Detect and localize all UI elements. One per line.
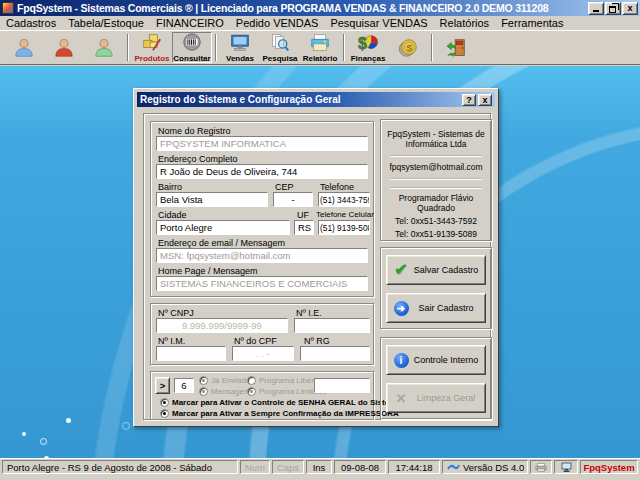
toolbar-exit-button[interactable] bbox=[436, 32, 476, 63]
svg-text:$: $ bbox=[358, 35, 367, 52]
status-network[interactable] bbox=[554, 460, 578, 474]
ie-field[interactable] bbox=[294, 318, 370, 333]
toolbar-vendas-button[interactable]: Vendas bbox=[220, 32, 260, 63]
person-red-icon bbox=[53, 37, 75, 59]
printer-icon bbox=[309, 32, 331, 54]
telefone-field[interactable]: (51) 3443-7592 bbox=[318, 192, 370, 207]
endereco-field[interactable]: R João de Deus de Oliveira, 744 bbox=[156, 164, 368, 179]
menu-financeiro[interactable]: FINANCEIRO bbox=[150, 17, 230, 29]
bairro-field[interactable]: Bela Vista bbox=[156, 192, 268, 207]
divider bbox=[390, 155, 482, 157]
arrow-step-button[interactable]: > bbox=[155, 377, 170, 394]
toolbar-relatorio-button[interactable]: Relatório bbox=[300, 32, 340, 63]
dialog-close-button[interactable]: x bbox=[478, 94, 492, 106]
senha-geral-radio[interactable]: Marcar para Ativar o Controle de SENHA G… bbox=[160, 398, 401, 407]
impressora-label: Marcar para Ativar a Sempre Confirmação … bbox=[172, 409, 399, 418]
im-label: Nº I.M. bbox=[158, 336, 185, 346]
controle-interno-button[interactable]: i Controle Interno bbox=[386, 345, 486, 375]
uf-label: UF bbox=[297, 210, 309, 220]
programmer-tel1: Tel: 0xx51-3443-7592 bbox=[395, 216, 477, 226]
cep-label: CEP bbox=[275, 182, 294, 192]
bairro-label: Bairro bbox=[158, 182, 182, 192]
email-field[interactable]: MSN: fpqsystem@hotmail.com bbox=[156, 248, 368, 263]
dialog-help-button[interactable]: ? bbox=[462, 94, 476, 106]
cpf-field[interactable]: . . - bbox=[232, 346, 294, 361]
person-green-icon bbox=[93, 37, 115, 59]
exit-door-icon bbox=[445, 37, 467, 59]
radio-icon bbox=[160, 398, 169, 407]
company-name-line2: Informática Ltda bbox=[406, 139, 467, 149]
radio-icon bbox=[247, 387, 256, 396]
bubble-decoration bbox=[40, 438, 47, 445]
impressora-radio[interactable]: Marcar para Ativar a Sempre Confirmação … bbox=[160, 409, 399, 418]
bubble-decoration bbox=[66, 418, 71, 423]
nome-registro-field[interactable]: FPQSYSTEM INFORMATICA bbox=[156, 136, 368, 151]
search-documents-icon bbox=[269, 32, 291, 54]
radio-icon bbox=[199, 376, 208, 385]
coin-icon: S bbox=[397, 37, 419, 59]
mensagem-label: Mensagem bbox=[211, 387, 251, 396]
app-window: { "window": { "title": "FpqSystem - Sist… bbox=[0, 0, 640, 480]
salvar-label: Salvar Cadastro bbox=[411, 265, 481, 275]
ja-enviado-radio[interactable]: Já Enviado bbox=[199, 376, 251, 385]
extra-field[interactable] bbox=[314, 378, 370, 393]
menu-cadastros[interactable]: Cadastros bbox=[0, 17, 62, 29]
window-titlebar[interactable]: FpqSystem - Sistemas Comerciais ® | Lice… bbox=[0, 0, 640, 16]
toolbar-moeda-button[interactable]: S bbox=[388, 32, 428, 63]
mensagem-radio[interactable]: Mensagem bbox=[199, 387, 251, 396]
toolbar-client-green-button[interactable] bbox=[84, 32, 124, 63]
counter-field[interactable]: 6 bbox=[174, 378, 194, 393]
window-title: FpqSystem - Sistemas Comerciais ® | Lice… bbox=[17, 2, 587, 14]
minimize-button[interactable] bbox=[588, 2, 604, 15]
toolbar-vendas-label: Vendas bbox=[226, 54, 254, 63]
toolbar-client-blue-button[interactable] bbox=[4, 32, 44, 63]
ja-enviado-label: Já Enviado bbox=[211, 376, 251, 385]
svg-text:S: S bbox=[406, 42, 412, 52]
salvar-cadastro-button[interactable]: ✔ Salvar Cadastro bbox=[386, 255, 486, 285]
finance-pie-icon: $ bbox=[357, 32, 379, 54]
rg-field[interactable] bbox=[300, 346, 370, 361]
status-num: Num bbox=[240, 460, 270, 474]
programmer-tel2: Tel: 0xx51-9139-5089 bbox=[395, 229, 477, 239]
menu-tabela-estoque[interactable]: Tabela/Estoque bbox=[62, 17, 150, 29]
check-icon: ✔ bbox=[391, 263, 411, 277]
registro-dialog: Registro do Sistema e Configuração Geral… bbox=[133, 88, 499, 427]
app-icon bbox=[2, 2, 14, 14]
controle-label: Controle Interno bbox=[411, 355, 481, 365]
menu-relatorios[interactable]: Relatórios bbox=[434, 17, 496, 29]
status-printer[interactable] bbox=[530, 460, 552, 474]
menu-pedido-vendas[interactable]: Pedido VENDAS bbox=[230, 17, 325, 29]
status-location: Porto Alegre - RS 9 de Agosto de 2008 - … bbox=[2, 460, 238, 474]
restore-button[interactable] bbox=[605, 2, 621, 15]
status-bar: Porto Alegre - RS 9 de Agosto de 2008 - … bbox=[0, 458, 640, 475]
cep-field[interactable]: - bbox=[273, 192, 313, 207]
barcode-icon bbox=[181, 32, 203, 54]
telefone-celular-field[interactable]: (51) 9139-5089 bbox=[318, 220, 370, 235]
programmer-name: Programador Flávio Quadrado bbox=[381, 193, 491, 213]
toolbar-produtos-button[interactable]: Produtos bbox=[132, 32, 172, 63]
menu-bar: Cadastros Tabela/Estoque FINANCEIRO Pedi… bbox=[0, 16, 640, 30]
bubble-decoration bbox=[122, 422, 130, 430]
sair-cadastro-button[interactable]: ➔ Sair Cadastro bbox=[386, 293, 486, 323]
toolbar-relatorio-label: Relatório bbox=[303, 54, 338, 63]
toolbar-client-red-button[interactable] bbox=[44, 32, 84, 63]
uf-field[interactable]: RS bbox=[294, 220, 314, 235]
status-ins: Ins bbox=[306, 460, 332, 474]
cidade-field[interactable]: Porto Alegre bbox=[156, 220, 290, 235]
im-field[interactable] bbox=[156, 346, 226, 361]
menu-pesquisar-vendas[interactable]: Pesquisar VENDAS bbox=[324, 17, 433, 29]
close-button[interactable]: x bbox=[622, 2, 638, 15]
toolbar-pesquisa-button[interactable]: Pesquisa bbox=[260, 32, 300, 63]
menu-ferramentas[interactable]: Ferramentas bbox=[495, 17, 569, 29]
dialog-title: Registro do Sistema e Configuração Geral bbox=[140, 94, 460, 105]
dialog-titlebar[interactable]: Registro do Sistema e Configuração Geral… bbox=[137, 92, 495, 107]
homepage-field[interactable]: SISTEMAS FINANCEIROS E COMERCIAIS bbox=[156, 276, 368, 291]
limpeza-geral-button[interactable]: ✕ Limpeza Geral bbox=[386, 383, 486, 413]
toolbar-consultar-button[interactable]: Consultar bbox=[172, 32, 212, 63]
toolbar-financas-button[interactable]: $ Finanças bbox=[348, 32, 388, 63]
cnpj-field[interactable]: 9.999.999/9999-99 bbox=[156, 318, 288, 333]
radio-icon bbox=[247, 376, 256, 385]
senha-geral-label: Marcar para Ativar o Controle de SENHA G… bbox=[172, 398, 401, 407]
minimize-icon bbox=[593, 10, 599, 12]
ie-label: Nº I.E. bbox=[296, 308, 322, 318]
